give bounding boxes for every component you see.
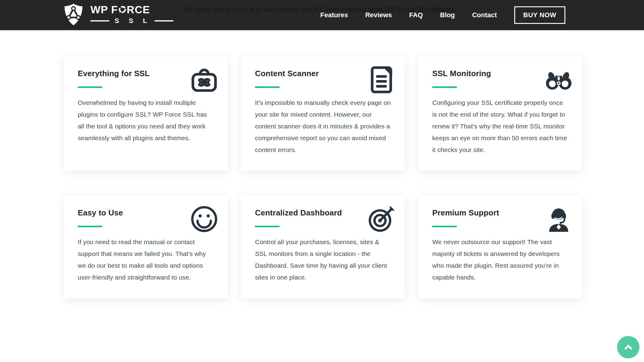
card-description: Control all your purchases, licenses, si…: [255, 236, 392, 283]
nav-item-contact[interactable]: Contact: [472, 11, 497, 19]
feature-card-easy-to-use: Easy to Use If you need to read the manu…: [64, 196, 228, 298]
logo-rule-left: [90, 20, 109, 21]
site-header: WP F RCE S S L We know you’re busy and w…: [0, 0, 644, 30]
nav-item-features[interactable]: Features: [320, 11, 348, 19]
logo-subtitle: S S L: [90, 17, 173, 25]
main-nav: Features Reviews FAQ Blog Contact BUY NO…: [320, 0, 565, 30]
support-agent-icon: [545, 205, 573, 233]
nav-item-reviews[interactable]: Reviews: [365, 11, 392, 19]
scroll-to-top-button[interactable]: [617, 336, 639, 358]
feature-card-premium-support: Premium Support We never outsource our s…: [418, 196, 582, 298]
toolbox-icon: [190, 66, 218, 94]
features-grid: Everything for SSL Overwhelmed by having…: [64, 56, 582, 298]
site-logo[interactable]: WP F RCE S S L: [62, 2, 173, 27]
binoculars-icon: [545, 66, 573, 94]
chevron-up-icon: [622, 341, 635, 354]
shield-logo-icon: [62, 2, 85, 27]
logo-title: WP F RCE: [90, 4, 173, 15]
accent-underline: [78, 226, 102, 227]
card-description: Overwhelmed by having to install multipl…: [78, 97, 214, 144]
smiley-icon: [190, 205, 218, 233]
nav-item-faq[interactable]: FAQ: [409, 11, 423, 19]
nav-item-blog[interactable]: Blog: [440, 11, 455, 19]
accent-underline: [78, 86, 102, 88]
accent-underline: [255, 226, 280, 227]
accent-underline: [255, 86, 280, 88]
document-icon: [368, 66, 395, 94]
accent-underline: [432, 226, 457, 227]
logo-rule-right: [155, 20, 173, 21]
target-dart-icon: [368, 205, 395, 233]
accent-underline: [432, 86, 457, 88]
card-description: If you need to read the manual or contac…: [78, 236, 214, 283]
card-description: Configuring your SSL certificate properl…: [432, 97, 569, 156]
sync-o-icon: [118, 5, 126, 14]
feature-card-centralized-dashboard: Centralized Dashboard Control all your p…: [241, 196, 405, 298]
card-description: It's impossible to manually check every …: [255, 97, 392, 156]
buy-now-button[interactable]: BUY NOW: [514, 6, 565, 24]
feature-card-everything-for-ssl: Everything for SSL Overwhelmed by having…: [64, 56, 228, 171]
feature-card-ssl-monitoring: SSL Monitoring Configuring your SSL cert…: [418, 56, 582, 171]
card-description: We never outsource our support! The vast…: [432, 236, 569, 283]
feature-card-content-scanner: Content Scanner It's impossible to manua…: [241, 56, 405, 171]
